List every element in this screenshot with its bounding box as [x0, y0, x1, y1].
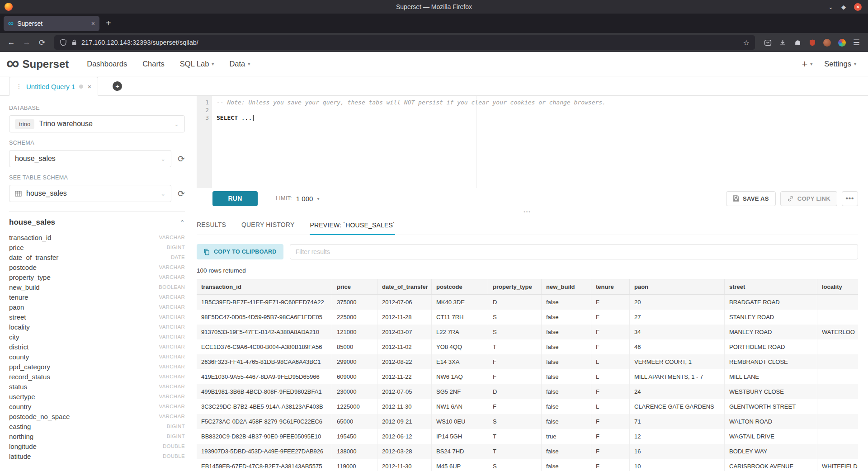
schema-column-row: eastingBIGINT [9, 421, 185, 431]
menu-icon[interactable]: ☰ [853, 38, 860, 47]
schema-column-row: tenureVARCHAR [9, 292, 185, 302]
tracking-shield-icon[interactable] [60, 39, 67, 46]
settings-menu[interactable]: Settings▾ [824, 60, 856, 68]
collapse-chevron-icon[interactable]: ⌃ [179, 219, 185, 226]
browser-toolbar-icons: ☰ [760, 38, 863, 47]
results-table-cell: 20 [630, 295, 725, 310]
results-table-cell: 24 [630, 384, 725, 399]
tab-query-history[interactable]: QUERY HISTORY [241, 221, 295, 235]
schema-column-row: countryVARCHAR [9, 401, 185, 411]
results-column-header[interactable]: postcode [432, 279, 488, 294]
schema-column-row: localityVARCHAR [9, 322, 185, 332]
reload-button[interactable]: ⟳ [35, 38, 49, 47]
schema-column-row: priceBIGINT [9, 242, 185, 252]
save-as-button[interactable]: SAVE AS [726, 191, 776, 206]
results-table-cell: PORTHOLME ROAD [725, 339, 817, 354]
copy-link-button[interactable]: COPY LINK [780, 191, 837, 206]
back-button[interactable]: ← [5, 38, 18, 47]
column-type: VARCHAR [159, 404, 185, 409]
column-type: VARCHAR [159, 394, 185, 399]
refresh-schema-icon[interactable]: ⟳ [178, 154, 185, 164]
results-table-cell: 2012-11-30 [377, 459, 432, 471]
refresh-table-icon[interactable]: ⟳ [178, 188, 185, 199]
column-name: price [9, 244, 24, 251]
results-column-header[interactable]: new_build [542, 279, 591, 294]
nav-sql-lab[interactable]: SQL Lab▾ [180, 60, 214, 68]
tab-drag-handle-icon[interactable]: ⋮ [16, 83, 22, 90]
tab-preview-house-sales[interactable]: PREVIEW: `HOUSE_SALES` [310, 221, 395, 235]
close-window-icon[interactable]: ✕ [854, 3, 862, 11]
url-text[interactable]: 217.160.120.143:32393/superset/sqllab/ [81, 39, 739, 46]
nav-charts[interactable]: Charts [142, 60, 165, 68]
more-actions-button[interactable]: ••• [842, 191, 858, 206]
table-schema-header[interactable]: house_sales ⌃ [9, 218, 185, 227]
filter-results-input[interactable] [290, 244, 858, 259]
pocket-icon[interactable] [764, 39, 772, 47]
editor-toolbar-right: SAVE AS COPY LINK ••• [726, 191, 858, 206]
results-column-header[interactable]: street [725, 279, 817, 294]
column-type: DOUBLE [163, 453, 185, 459]
results-table-row: EB1459EB-67ED-47C8-B2E7-A38143AB55751190… [197, 459, 858, 471]
results-table-cell [817, 414, 858, 429]
extension-pinwheel-icon[interactable] [838, 39, 846, 47]
schema-select[interactable]: house_sales ⌄ [9, 150, 171, 167]
results-table-cell: BS24 7HD [432, 444, 488, 459]
column-name: locality [9, 323, 30, 331]
copy-to-clipboard-button[interactable]: COPY TO CLIPBOARD [197, 244, 283, 259]
results-column-header[interactable]: date_of_transfer [377, 279, 432, 294]
app-nav: Dashboards Charts SQL Lab▾ Data▾ [87, 60, 250, 68]
results-table-cell: false [542, 325, 591, 339]
download-icon[interactable] [779, 39, 787, 47]
results-column-header[interactable]: paon [630, 279, 725, 294]
profile-avatar-icon[interactable] [823, 39, 831, 47]
results-column-header[interactable]: locality [817, 279, 858, 294]
header-right: +▾ Settings▾ [802, 58, 856, 70]
query-tab[interactable]: ⋮ Untitled Query 1 × [9, 77, 98, 96]
results-table-cell: F [591, 444, 630, 459]
column-type: BIGINT [167, 245, 185, 250]
extension-ghost-icon[interactable] [794, 39, 802, 47]
bookmark-star-icon[interactable]: ☆ [743, 38, 749, 47]
pane-resize-divider[interactable]: ••• [197, 209, 858, 215]
results-table-cell: 34 [630, 325, 725, 339]
close-query-tab-icon[interactable]: × [87, 83, 91, 90]
caret-down-icon: ▾ [248, 61, 250, 66]
results-column-header[interactable]: price [332, 279, 377, 294]
column-name: county [9, 353, 29, 361]
browser-tabstrip: ∞ Superset × + [0, 14, 868, 33]
maximize-icon[interactable]: ◆ [841, 4, 846, 10]
resize-grip-icon[interactable]: ••• [524, 209, 531, 214]
results-column-header[interactable]: property_type [488, 279, 542, 294]
add-new-menu[interactable]: +▾ [802, 58, 812, 70]
tab-results[interactable]: RESULTS [197, 221, 226, 235]
results-column-header[interactable]: tenure [591, 279, 630, 294]
results-table-cell: false [542, 414, 591, 429]
superset-brand[interactable]: ∞ Superset [6, 58, 69, 71]
url-bar[interactable]: 217.160.120.143:32393/superset/sqllab/ ☆ [54, 35, 755, 50]
ublock-shield-icon[interactable] [809, 39, 816, 47]
results-column-header[interactable]: transaction_id [197, 279, 332, 294]
table-select[interactable]: house_sales ⌄ [9, 185, 171, 202]
add-query-tab-button[interactable]: + [113, 81, 122, 91]
schema-column-row: transaction_idVARCHAR [9, 232, 185, 242]
results-table-cell: false [542, 354, 591, 369]
forward-button[interactable]: → [20, 38, 33, 47]
tab-close-icon[interactable]: × [91, 20, 95, 27]
new-tab-button[interactable]: + [106, 18, 111, 28]
column-name: ppd_category [9, 363, 50, 371]
line-number: 2 [197, 106, 209, 114]
minimize-icon[interactable]: ⌄ [828, 4, 833, 10]
database-select[interactable]: trino Trino warehouse ⌄ [9, 115, 185, 132]
nav-data[interactable]: Data▾ [229, 60, 250, 68]
run-button[interactable]: RUN [212, 191, 258, 206]
nav-dashboards[interactable]: Dashboards [87, 60, 127, 68]
editor-code-area[interactable]: -- Note: Unless you save your query, the… [212, 96, 858, 188]
limit-dropdown[interactable]: LIMIT: 1 000 ▾ [276, 195, 319, 203]
results-table-cell: false [542, 295, 591, 310]
rows-returned-text: 100 rows returned [197, 267, 858, 274]
results-table-cell: IP14 5GH [432, 429, 488, 444]
lock-icon[interactable] [71, 39, 77, 46]
results-table-cell: 193907D3-5DBD-453D-A49E-9FEE27DAB926 [197, 444, 332, 459]
results-table-cell: 27 [630, 310, 725, 325]
browser-tab[interactable]: ∞ Superset × [4, 16, 99, 31]
